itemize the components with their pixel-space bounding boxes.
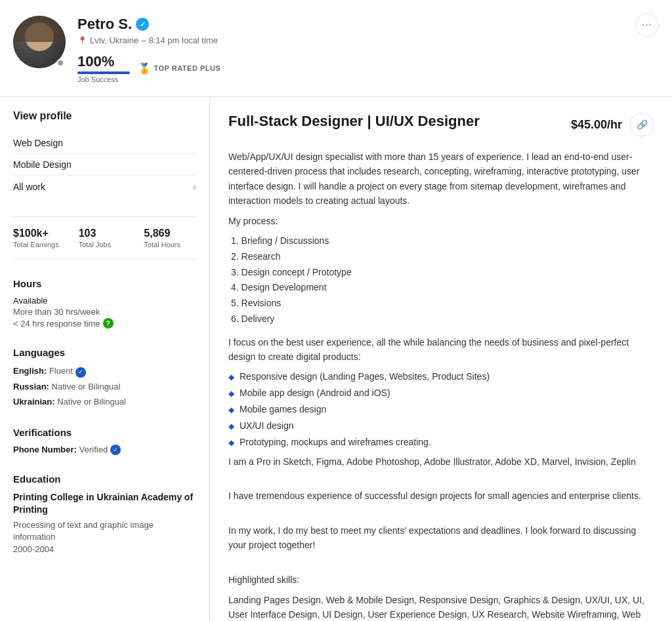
description-intro: Web/App/UX/UI design specialist with mor… <box>228 150 654 209</box>
language-name-english: English: <box>13 366 47 376</box>
location-pin-icon: 📍 <box>77 36 87 45</box>
hours-value: 5,869 <box>144 228 196 239</box>
phone-verified-row: Phone Number: Verified ✓ <box>13 445 196 455</box>
language-ukrainian: Ukrainian: Native or Bilingual <box>13 395 196 409</box>
skills-list: Landing Pages Design, Web & Mobile Desig… <box>228 593 654 621</box>
education-detail: Processing of text and graphic image inf… <box>13 519 196 543</box>
more-icon: ··· <box>642 19 652 31</box>
info-icon: ? <box>103 318 114 329</box>
bullet-item-5: ◆ Prototyping, mockups and wireframes cr… <box>228 435 654 449</box>
jobs-label: Total Jobs <box>79 241 131 249</box>
sidebar: View profile Web Design Mobile Design Al… <box>0 97 210 621</box>
sidebar-item-mobile-design[interactable]: Mobile Design <box>13 154 196 176</box>
education-institution: Printing College in Ukrainian Academy of… <box>13 491 196 517</box>
focus-text: I focus on the best user experience, all… <box>228 335 654 365</box>
pro-text: I am a Pro in Sketch, Figma, Adobe Photo… <box>228 454 654 469</box>
description-section: Web/App/UX/UI design specialist with mor… <box>228 150 654 621</box>
bullet-text: Mobile app design (Android and iOS) <box>240 386 390 400</box>
chevron-right-icon: › <box>193 181 196 193</box>
education-section: Education Printing College in Ukrainian … <box>13 473 196 555</box>
rate-link-row: $45.00/hr 🔗 <box>571 113 654 136</box>
diamond-bullet-icon: ◆ <box>228 404 234 416</box>
earnings-label: Total Earnings <box>13 241 66 249</box>
jobs-value: 103 <box>79 228 131 239</box>
phone-status: Verified <box>79 445 108 454</box>
education-title: Education <box>13 473 196 485</box>
location-row: 📍 Lviv, Ukraine – 8:14 pm local time <box>77 35 659 45</box>
badge-medal-icon: 🏅 <box>138 62 152 75</box>
bullet-text: Prototyping, mockups and wireframes crea… <box>240 435 431 449</box>
english-verified-icon: ✓ <box>75 367 86 378</box>
main-content: Full-Stack Designer | UI/UX Designer $45… <box>210 97 672 621</box>
top-rated-badge: 🏅 TOP RATED PLUS <box>138 62 220 75</box>
sidebar-item-label: All work <box>13 182 45 192</box>
language-name-russian: Russian: <box>13 382 49 391</box>
link-icon: 🔗 <box>637 119 648 130</box>
language-level-russian: Native or Bilingual <box>52 382 121 391</box>
more-options-button[interactable]: ··· <box>635 13 659 37</box>
sidebar-item-all-work[interactable]: All work › <box>13 176 196 198</box>
sidebar-item-label: Web Design <box>13 138 63 148</box>
bullet-text: Mobile games design <box>240 403 326 416</box>
hours-section: Hours Available More than 30 hrs/week < … <box>13 278 196 329</box>
location-separator: – <box>141 35 146 45</box>
job-title: Full-Stack Designer | UI/UX Designer <box>228 113 558 130</box>
job-title-row: Full-Stack Designer | UI/UX Designer $45… <box>228 113 654 136</box>
share-link-button[interactable]: 🔗 <box>630 113 654 136</box>
bullet-text: Responsive design (Landing Pages, Websit… <box>240 370 490 384</box>
job-success-row: 100% Job Success 🏅 TOP RATED PLUS <box>77 53 659 83</box>
progress-bar-fill <box>77 71 130 74</box>
hours-label: Total Hours <box>144 241 196 249</box>
bullet-item-4: ◆ UX/UI design <box>228 419 654 433</box>
process-step-6: 6. Delivery <box>231 311 654 327</box>
stat-jobs: 103 Total Jobs <box>79 228 131 249</box>
process-step-1: 1. Briefing / Discussions <box>231 233 654 249</box>
view-profile-heading: View profile <box>13 110 196 122</box>
header-info: Petro S. ✓ 📍 Lviv, Ukraine – 8:14 pm loc… <box>77 16 659 83</box>
process-step-5: 5. Revisions <box>231 296 654 311</box>
process-step-2: 2. Research <box>231 249 654 265</box>
diamond-bullet-icon: ◆ <box>228 388 234 399</box>
language-level-english-text: Fluent <box>49 366 73 376</box>
verifications-section: Verifications Phone Number: Verified ✓ <box>13 427 196 455</box>
sidebar-item-web-design[interactable]: Web Design <box>13 132 196 154</box>
bullet-item-3: ◆ Mobile games design <box>228 403 654 416</box>
diamond-bullet-icon: ◆ <box>228 437 234 449</box>
bullet-item-2: ◆ Mobile app design (Android and iOS) <box>228 386 654 400</box>
closing-text: In my work, I do my best to meet my clie… <box>228 523 654 553</box>
bullet-text: UX/UI design <box>240 419 293 433</box>
education-years: 2000-2004 <box>13 544 196 554</box>
progress-bar <box>77 71 130 74</box>
user-name: Petro S. <box>77 16 132 33</box>
process-list: 1. Briefing / Discussions 2. Research 3.… <box>228 233 654 327</box>
highlighted-label: Highlighted skills: <box>228 572 654 587</box>
language-name-ukrainian: Ukrainian: <box>13 397 55 407</box>
job-success-percentage: 100% <box>77 53 130 70</box>
job-success-label: Job Success <box>77 75 130 83</box>
avatar-container <box>13 16 66 68</box>
job-success-block: 100% Job Success <box>77 53 130 83</box>
badge-label: TOP RATED PLUS <box>154 64 221 72</box>
bullet-list: ◆ Responsive design (Landing Pages, Webs… <box>228 370 654 449</box>
local-time: 8:14 pm local time <box>148 35 218 45</box>
diamond-bullet-icon: ◆ <box>228 420 234 432</box>
language-english: English: Fluent ✓ <box>13 365 196 378</box>
response-time-row: < 24 hrs response time ? <box>13 318 196 329</box>
view-profile-section: View profile Web Design Mobile Design Al… <box>13 110 196 198</box>
process-step-3: 3. Design concept / Prototype <box>231 265 654 281</box>
hourly-rate: $45.00/hr <box>571 118 622 132</box>
earnings-value: $100k+ <box>13 228 66 239</box>
languages-section: Languages English: Fluent ✓ Russian: Nat… <box>13 347 196 409</box>
process-step-4: 4. Design Development <box>231 280 654 296</box>
experience-text: I have tremendous experience of successf… <box>228 489 654 503</box>
response-time-text: < 24 hrs response time <box>13 319 100 329</box>
location-text: Lviv, Ukraine <box>90 35 138 45</box>
languages-section-title: Languages <box>13 347 196 358</box>
phone-label: Phone Number: <box>13 445 77 454</box>
verified-icon: ✓ <box>136 18 149 31</box>
language-level-ukrainian: Native or Bilingual <box>57 397 126 407</box>
stats-row: $100k+ Total Earnings 103 Total Jobs 5,8… <box>13 216 196 260</box>
verifications-title: Verifications <box>13 427 196 438</box>
sidebar-item-label: Mobile Design <box>13 159 72 170</box>
profile-header: Petro S. ✓ 📍 Lviv, Ukraine – 8:14 pm loc… <box>0 0 672 97</box>
